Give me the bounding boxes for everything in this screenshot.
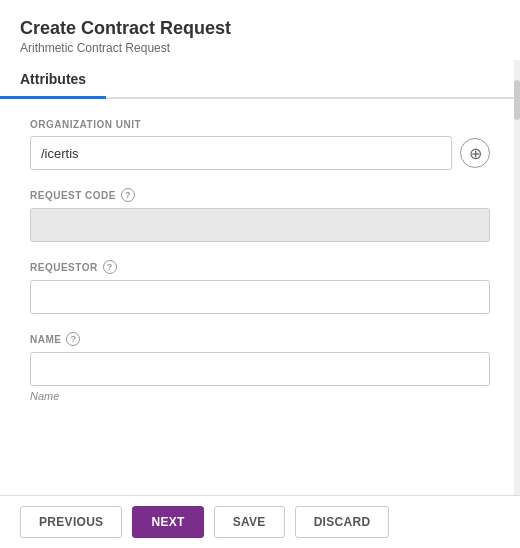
next-button[interactable]: NEXT — [132, 506, 203, 538]
form-group-name: NAME ? Name — [30, 332, 490, 402]
requestor-input[interactable] — [30, 280, 490, 314]
search-icon: ⊕ — [469, 144, 482, 163]
tab-attributes[interactable]: Attributes — [0, 61, 106, 97]
name-wrapper — [30, 352, 490, 386]
org-unit-wrapper: ⊕ — [30, 136, 490, 170]
request-code-input — [30, 208, 490, 242]
scrollbar-thumb[interactable] — [514, 80, 520, 120]
requestor-help-icon[interactable]: ? — [103, 260, 117, 274]
page-header: Create Contract Request Arithmetic Contr… — [0, 0, 520, 61]
org-unit-search-button[interactable]: ⊕ — [460, 138, 490, 168]
request-code-wrapper — [30, 208, 490, 242]
discard-button[interactable]: DISCARD — [295, 506, 390, 538]
footer-bar: PREVIOUS NEXT SAVE DISCARD — [0, 495, 520, 548]
name-help-icon[interactable]: ? — [66, 332, 80, 346]
label-request-code: REQUEST CODE ? — [30, 188, 490, 202]
label-requestor: REQUESTOR ? — [30, 260, 490, 274]
name-hint: Name — [30, 390, 490, 402]
request-code-help-icon[interactable]: ? — [121, 188, 135, 202]
page-title: Create Contract Request — [20, 18, 500, 39]
label-org-unit: ORGANIZATION UNIT — [30, 119, 490, 130]
requestor-wrapper — [30, 280, 490, 314]
form-group-request-code: REQUEST CODE ? — [30, 188, 490, 242]
org-unit-input[interactable] — [30, 136, 452, 170]
form-group-requestor: REQUESTOR ? — [30, 260, 490, 314]
name-input[interactable] — [30, 352, 490, 386]
save-button[interactable]: SAVE — [214, 506, 285, 538]
label-name: NAME ? — [30, 332, 490, 346]
form-container: ORGANIZATION UNIT ⊕ REQUEST CODE ? REQUE… — [0, 99, 520, 440]
previous-button[interactable]: PREVIOUS — [20, 506, 122, 538]
tab-bar: Attributes — [0, 61, 520, 99]
scrollbar[interactable] — [514, 60, 520, 498]
form-group-org-unit: ORGANIZATION UNIT ⊕ — [30, 119, 490, 170]
page-subtitle: Arithmetic Contract Request — [20, 41, 500, 55]
